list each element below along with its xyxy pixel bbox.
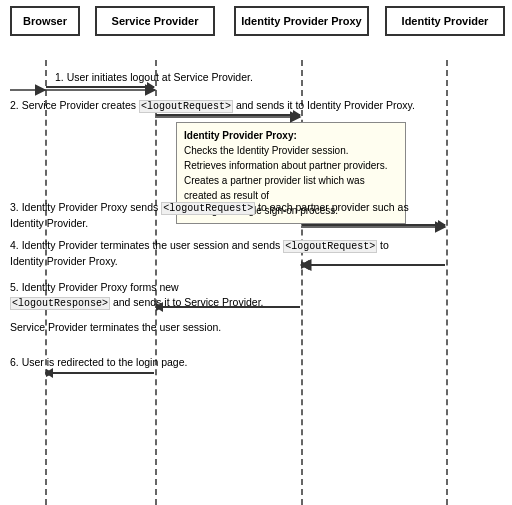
step6-label: 6. User is redirected to the login page. [10,355,410,370]
actor-idp: Identity Provider [385,6,505,36]
actor-idpp: Identity Provider Proxy [234,6,369,36]
note-line1: Checks the Identity Provider session. [184,143,398,158]
note-line2: Retrieves information about partner prov… [184,158,398,173]
step1-arrow [46,86,154,88]
lifeline-idp [446,60,448,505]
step2-label: 2. Service Provider creates <logoutReque… [10,98,500,114]
step3-arrow [302,224,445,226]
actor-sp: Service Provider [95,6,215,36]
step4-arrow [302,264,445,266]
step6-arrow [46,372,154,374]
actor-browser: Browser [10,6,80,36]
note-title: Identity Provider Proxy: [184,128,398,143]
sp-terminate-label: Service Provider terminates the user ses… [10,320,410,335]
sequence-diagram: Browser Service Provider Identity Provid… [0,0,512,505]
step1-label: 1. User initiates logout at Service Prov… [55,70,315,85]
step2-arrow [156,114,300,116]
step3-label: 3. Identity Provider Proxy sends <logout… [10,200,500,231]
step5-arrow [156,306,300,308]
note-line3: Creates a partner provider list which wa… [184,173,398,203]
